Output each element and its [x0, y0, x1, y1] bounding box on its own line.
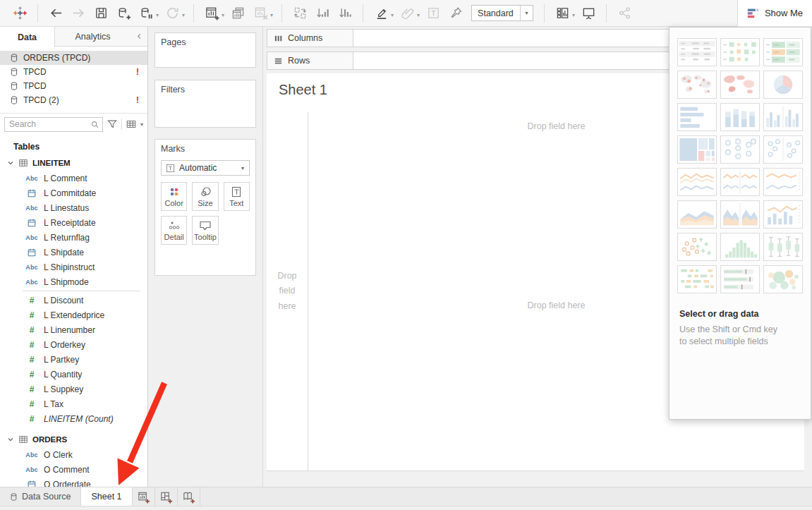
field-item[interactable]: #L Discount: [0, 293, 147, 308]
mark-button-color[interactable]: Color: [161, 182, 187, 211]
fit-selector[interactable]: Standard▾: [471, 5, 533, 21]
table-icon: [18, 435, 28, 444]
marks-card: Marks Automatic ▾ ColorSizeTextDetailToo…: [154, 139, 256, 276]
spacer: [0, 426, 147, 432]
field-item[interactable]: #L Partkey: [0, 352, 147, 367]
field-item[interactable]: #L Extendedprice: [0, 308, 147, 322]
date-field-icon: [25, 480, 38, 487]
chevron-down-icon[interactable]: [7, 159, 14, 166]
tab-label: Data Source: [22, 492, 71, 502]
field-item[interactable]: L Receiptdate: [0, 215, 147, 230]
data-source-item[interactable]: TPCD: [0, 79, 147, 93]
field-item[interactable]: AbcL Returnflag: [0, 230, 147, 245]
highlight-caret-icon[interactable]: ▾: [391, 12, 394, 18]
view-options-caret-icon[interactable]: ▾: [140, 121, 143, 128]
sort-ascending-icon[interactable]: [314, 5, 331, 22]
field-label: L Discount: [44, 296, 83, 305]
show-me-button[interactable]: Show Me: [737, 0, 812, 27]
field-item[interactable]: #L Quantity: [0, 367, 147, 382]
filters-card[interactable]: Filters: [154, 80, 256, 128]
show-me-grid: [669, 38, 811, 293]
field-item[interactable]: O Orderdate: [0, 477, 147, 487]
showme-filled-map: [720, 71, 760, 99]
field-item[interactable]: AbcL Shipmode: [0, 274, 147, 289]
field-item[interactable]: L Commitdate: [0, 186, 147, 200]
data-source-list: ORDERS (TPCD)TPCD!TPCDTPCD (2)!: [0, 47, 147, 107]
new-worksheet-caret-icon[interactable]: ▾: [222, 12, 224, 18]
show-hide-cards-icon[interactable]: [554, 5, 571, 22]
fit-selector-value: Standard: [472, 8, 520, 18]
sort-descending-icon[interactable]: [337, 5, 353, 22]
toolbar-separator: [544, 4, 545, 23]
mark-button-detail[interactable]: Detail: [161, 216, 187, 245]
undo-icon[interactable]: [47, 5, 64, 22]
field-item[interactable]: #L Tax: [0, 396, 147, 411]
showme-stacked-bars: [720, 103, 760, 131]
data-source-label: TPCD: [23, 81, 47, 91]
fit-selector-caret-icon[interactable]: ▾: [520, 6, 533, 20]
rows-icon: [274, 56, 283, 66]
chevron-down-icon[interactable]: [7, 436, 14, 443]
new-story-icon: [182, 490, 195, 504]
showme-treemap: [677, 135, 717, 164]
search-row: ▾: [0, 114, 147, 135]
pause-auto-updates-caret-icon[interactable]: ▾: [156, 12, 159, 18]
field-item[interactable]: #L Suppkey: [0, 382, 147, 396]
field-item[interactable]: L Shipdate: [0, 245, 147, 260]
date-field-icon: [25, 188, 38, 198]
showme-highlight-table: [763, 38, 803, 66]
swap-rows-columns-icon[interactable]: [291, 5, 308, 22]
field-label: L Comment: [44, 174, 87, 183]
fix-axes-icon[interactable]: [447, 5, 464, 22]
showme-packed-bubbles: [763, 265, 803, 293]
new-dashboard-button[interactable]: [155, 487, 178, 506]
data-source-item[interactable]: TPCD (2)!: [0, 93, 147, 107]
tab-sheet-1[interactable]: Sheet 1: [81, 487, 132, 506]
table-header-lineitem[interactable]: LINEITEM: [0, 155, 147, 171]
data-source-item[interactable]: TPCD!: [0, 65, 147, 79]
tab-data-source[interactable]: Data Source: [0, 487, 81, 506]
new-data-source-icon[interactable]: [115, 5, 132, 22]
field-item[interactable]: AbcL Shipinstruct: [0, 260, 147, 274]
data-source-item[interactable]: ORDERS (TPCD): [0, 51, 147, 65]
columns-shelf-header: Columns: [267, 29, 353, 47]
new-worksheet-icon[interactable]: [203, 5, 220, 22]
highlight-icon[interactable]: [372, 5, 389, 22]
presentation-mode-icon[interactable]: [580, 5, 597, 22]
view-as-grid-icon[interactable]: [126, 119, 137, 130]
field-item[interactable]: AbcO Clerk: [0, 447, 147, 462]
field-item[interactable]: #L Linenumber: [0, 322, 147, 337]
show-me-hint: Select or drag data Use the Shift or Cmd…: [679, 309, 801, 348]
drop-zone-rows[interactable]: Drop field here: [267, 112, 308, 470]
mark-button-size[interactable]: Size: [192, 182, 218, 211]
filter-fields-icon[interactable]: [107, 119, 118, 130]
collapse-pane-icon[interactable]: [131, 27, 147, 46]
toolbar-separator: [37, 4, 38, 23]
mark-button-text[interactable]: Text: [224, 182, 250, 211]
field-item[interactable]: #LINEITEM (Count): [0, 411, 147, 426]
tables-section-label: Tables: [13, 142, 147, 152]
mark-button-tooltip[interactable]: Tooltip: [192, 216, 218, 245]
show-hide-cards-caret-icon[interactable]: ▾: [572, 12, 575, 18]
showme-symbol-map: [677, 71, 717, 99]
field-item[interactable]: AbcL Linestatus: [0, 200, 147, 215]
search-input[interactable]: [5, 119, 90, 129]
field-item[interactable]: AbcO Comment: [0, 462, 147, 477]
duplicate-sheet-icon[interactable]: [229, 5, 246, 22]
save-icon[interactable]: [92, 5, 109, 22]
table-icon: [18, 158, 28, 168]
pause-auto-updates-icon[interactable]: [138, 5, 154, 22]
mark-type-dropdown[interactable]: Automatic ▾: [161, 160, 250, 176]
new-worksheet-button[interactable]: [133, 487, 155, 506]
table-header-orders[interactable]: ORDERS: [0, 432, 147, 447]
field-item[interactable]: #L Orderkey: [0, 337, 147, 352]
pages-card[interactable]: Pages: [154, 32, 256, 68]
field-item[interactable]: AbcL Comment: [0, 171, 147, 186]
showme-continuous-lines: [677, 168, 717, 196]
status-bar: [0, 506, 812, 510]
tab-data[interactable]: Data: [0, 27, 55, 47]
tab-analytics[interactable]: Analytics: [55, 27, 131, 46]
toolbar-separator: [193, 4, 194, 23]
new-story-button[interactable]: [178, 487, 200, 506]
clear-sheet-icon: [252, 5, 269, 22]
